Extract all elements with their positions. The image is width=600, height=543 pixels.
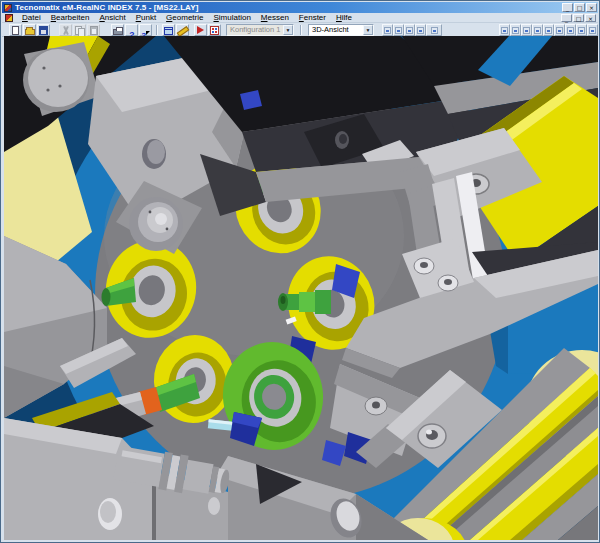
view-button-2[interactable] [510, 24, 521, 36]
view-button-5[interactable] [543, 24, 554, 36]
konfiguration-value: Konfiguration 1 [227, 25, 283, 35]
paste-icon [90, 26, 98, 35]
child-restore-button[interactable]: □ [573, 14, 584, 22]
toolbar-separator [156, 25, 158, 35]
view-button-2-icon [512, 27, 519, 34]
document-icon [5, 14, 13, 22]
minimize-button[interactable]: _ [562, 3, 573, 12]
machine-table-icon [210, 26, 219, 35]
copy-button[interactable] [73, 24, 86, 36]
chevron-down-icon[interactable]: ▼ [363, 25, 373, 35]
viewport-tool-5-button[interactable] [426, 24, 442, 36]
3d-viewport[interactable] [4, 36, 598, 540]
copy-icon [75, 26, 84, 35]
child-close-button[interactable]: × [585, 14, 596, 22]
view-button-3-icon [523, 27, 530, 34]
viewport-tool-5-icon [431, 27, 438, 34]
view-button-4[interactable] [532, 24, 543, 36]
save-icon [39, 26, 48, 35]
menu-ansicht[interactable]: Ansicht [94, 13, 130, 23]
menu-datei[interactable]: Datei [17, 13, 46, 23]
maximize-button[interactable]: □ [574, 3, 585, 12]
measure-button[interactable] [176, 24, 189, 36]
machine-table-button[interactable] [208, 24, 221, 36]
viewport-tool-1-button[interactable] [382, 24, 393, 36]
window-title: Tecnomatix eM-RealNC INDEX 7.5 - [MS22.L… [15, 2, 562, 13]
menu-fenster[interactable]: Fenster [294, 13, 331, 23]
app-icon [4, 4, 12, 12]
print-icon [113, 29, 123, 35]
view-window-icon [164, 27, 173, 35]
print-button[interactable] [111, 24, 124, 36]
close-button[interactable]: × [586, 3, 597, 12]
view-button-4-icon [534, 27, 541, 34]
child-window-controls: _ □ × [561, 14, 596, 22]
measure-icon [177, 26, 188, 35]
view-button-6-icon [556, 27, 563, 34]
menu-geometrie[interactable]: Geometrie [161, 13, 208, 23]
cut-icon [62, 26, 70, 35]
viewport-tool-3-button[interactable] [404, 24, 415, 36]
view-button-1-icon [501, 27, 508, 34]
viewport-tool-2-button[interactable] [393, 24, 404, 36]
child-minimize-button[interactable]: _ [561, 14, 572, 22]
help-button[interactable] [125, 24, 138, 36]
window-controls: _ □ × [562, 3, 597, 12]
view-button-7-icon [567, 27, 574, 34]
view-select-value: 3D-Ansicht [309, 25, 363, 35]
view-button-8-icon [578, 27, 585, 34]
menu-bearbeiten[interactable]: Bearbeiten [46, 13, 95, 23]
view-button-5-icon [545, 27, 552, 34]
view-button-8[interactable] [576, 24, 587, 36]
viewport-tool-4-icon [417, 27, 424, 34]
run-simulation-icon [197, 26, 204, 34]
view-button-6[interactable] [554, 24, 565, 36]
menu-hilfe[interactable]: Hilfe [331, 13, 357, 23]
cut-button[interactable] [59, 24, 72, 36]
menu-bar: Datei Bearbeiten Ansicht Punkt Geometrie… [2, 13, 598, 23]
toolbar-separator [300, 25, 302, 35]
view-button-9-icon [589, 27, 596, 34]
title-bar[interactable]: Tecnomatix eM-RealNC INDEX 7.5 - [MS22.L… [2, 2, 598, 13]
viewport-tool-4-button[interactable] [415, 24, 426, 36]
context-help-button[interactable] [139, 24, 152, 36]
konfiguration-select[interactable]: Konfiguration 1 ▼ [226, 24, 294, 36]
machine-3d-scene [4, 36, 598, 540]
view-select[interactable]: 3D-Ansicht ▼ [308, 24, 374, 36]
context-help-icon [141, 26, 150, 35]
view-button-3[interactable] [521, 24, 532, 36]
app-window: Tecnomatix eM-RealNC INDEX 7.5 - [MS22.L… [0, 0, 600, 543]
new-file-button[interactable] [9, 24, 22, 36]
menu-simulation[interactable]: Simulation [208, 13, 255, 23]
help-icon [127, 26, 136, 35]
view-button-9[interactable] [587, 24, 598, 36]
viewport-tool-2-icon [395, 27, 402, 34]
view-window-button[interactable] [162, 24, 175, 36]
open-folder-icon [25, 29, 35, 35]
menu-punkt[interactable]: Punkt [131, 13, 161, 23]
save-button[interactable] [37, 24, 50, 36]
menu-messen[interactable]: Messen [256, 13, 294, 23]
open-file-button[interactable] [23, 24, 36, 36]
paste-button[interactable] [87, 24, 100, 36]
run-simulation-button[interactable] [194, 24, 207, 36]
viewport-tool-1-icon [384, 27, 391, 34]
view-button-7[interactable] [565, 24, 576, 36]
view-button-1[interactable] [499, 24, 510, 36]
new-file-icon [12, 26, 19, 35]
chevron-down-icon[interactable]: ▼ [283, 25, 293, 35]
viewport-tool-3-icon [406, 27, 413, 34]
